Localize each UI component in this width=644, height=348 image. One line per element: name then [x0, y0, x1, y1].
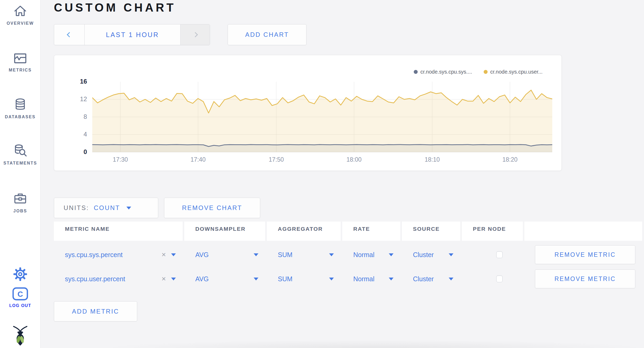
metrics-icon: [13, 52, 28, 65]
remove-metric-button[interactable]: REMOVE METRIC: [535, 269, 635, 288]
aggregator-cell: SUM: [267, 269, 341, 289]
downsampler-cell: AVG: [184, 244, 265, 265]
downsampler-dropdown-caret[interactable]: [254, 278, 258, 280]
downsampler-value[interactable]: AVG: [195, 251, 209, 259]
home-icon: [13, 4, 28, 18]
source-cell: Cluster: [402, 244, 460, 265]
sidebar-item-statements[interactable]: STATEMENTS: [0, 144, 40, 166]
rate-cell: Normal: [342, 244, 400, 265]
database-icon: [13, 97, 27, 112]
sidebar-item-label: JOBS: [0, 209, 40, 213]
source-dropdown-caret[interactable]: [449, 253, 453, 256]
sidebar-logout[interactable]: C LOG OUT: [0, 287, 40, 308]
add-metric-button[interactable]: ADD METRIC: [54, 301, 137, 321]
table-row: sys.cpu.sys.percent × AVG SUM Normal Clu…: [54, 244, 642, 265]
remove-chart-button[interactable]: REMOVE CHART: [164, 198, 260, 218]
remove-metric-button[interactable]: REMOVE METRIC: [535, 245, 635, 264]
row-actions-cell: REMOVE METRIC: [524, 269, 642, 289]
timewindow-prev-button[interactable]: [54, 24, 85, 45]
chart-card: cr.node.sys.cpu.sys.... cr.node.sys.cpu.…: [54, 55, 562, 171]
chart-plot-svg: [92, 82, 552, 152]
col-header-per-node: PER NODE: [462, 222, 523, 241]
col-header-rate: RATE: [342, 222, 400, 241]
sidebar-item-label: OVERVIEW: [0, 21, 40, 26]
downsampler-cell: AVG: [184, 269, 265, 289]
gear-icon: [13, 267, 27, 281]
units-dropdown[interactable]: UNITS: COUNT: [54, 198, 158, 218]
cockroachdb-bug-icon: [12, 325, 29, 346]
timewindow-label[interactable]: LAST 1 HOUR: [85, 24, 180, 45]
sidebar-item-label: DATABASES: [0, 115, 40, 119]
legend-item-user[interactable]: cr.node.sys.cpu.user...: [484, 69, 543, 75]
aggregator-cell: SUM: [267, 244, 341, 265]
logout-label: LOG OUT: [0, 303, 40, 308]
clear-metric-icon[interactable]: ×: [162, 251, 166, 258]
aggregator-value[interactable]: SUM: [278, 275, 293, 283]
sidebar-item-databases[interactable]: DATABASES: [0, 97, 40, 119]
metrics-table-header: METRIC NAME DOWNSAMPLER AGGREGATOR RATE …: [54, 222, 642, 241]
metric-name-value[interactable]: sys.cpu.user.percent: [65, 275, 125, 283]
metrics-table: METRIC NAME DOWNSAMPLER AGGREGATOR RATE …: [54, 222, 642, 321]
aggregator-dropdown-caret[interactable]: [329, 278, 334, 280]
sidebar-item-label: STATEMENTS: [0, 161, 40, 166]
chart-legend: cr.node.sys.cpu.sys.... cr.node.sys.cpu.…: [414, 69, 543, 75]
rate-value[interactable]: Normal: [353, 251, 375, 259]
rate-dropdown-caret[interactable]: [389, 253, 393, 256]
chart-controls-row: LAST 1 HOUR ADD CHART: [54, 24, 644, 45]
rate-value[interactable]: Normal: [353, 275, 375, 283]
row-actions-cell: REMOVE METRIC: [524, 244, 642, 265]
sidebar-settings[interactable]: [0, 267, 40, 284]
source-value[interactable]: Cluster: [413, 251, 434, 259]
clear-metric-icon[interactable]: ×: [162, 275, 166, 283]
metric-name-cell: sys.cpu.sys.percent ×: [54, 244, 183, 265]
col-header-source: SOURCE: [402, 222, 460, 241]
add-chart-button[interactable]: ADD CHART: [228, 24, 306, 45]
per-node-checkbox[interactable]: [496, 275, 503, 282]
legend-dot-sys: [414, 70, 418, 74]
sidebar-item-metrics[interactable]: METRICS: [0, 52, 40, 73]
aggregator-value[interactable]: SUM: [278, 251, 293, 259]
rate-cell: Normal: [342, 269, 400, 289]
svg-text:C: C: [18, 290, 23, 298]
legend-item-sys[interactable]: cr.node.sys.cpu.sys....: [414, 69, 472, 75]
source-value[interactable]: Cluster: [413, 275, 434, 283]
col-header-actions: [524, 222, 642, 241]
downsampler-value[interactable]: AVG: [195, 275, 209, 283]
chevron-right-icon: [193, 32, 198, 37]
downsampler-dropdown-caret[interactable]: [254, 253, 258, 256]
per-node-cell: [462, 244, 523, 265]
source-dropdown-caret[interactable]: [449, 278, 453, 280]
sidebar-item-label: METRICS: [0, 68, 40, 73]
aggregator-dropdown-caret[interactable]: [329, 253, 334, 256]
table-row: sys.cpu.user.percent × AVG SUM Normal Cl…: [54, 269, 642, 289]
metric-name-cell: sys.cpu.user.percent ×: [54, 269, 183, 289]
col-header-metric-name: METRIC NAME: [54, 222, 183, 241]
sidebar-logo: [0, 325, 40, 348]
timewindow-next-button[interactable]: [180, 24, 210, 45]
metric-dropdown-caret[interactable]: [171, 253, 176, 256]
per-node-checkbox[interactable]: [496, 251, 503, 258]
sidebar-item-overview[interactable]: OVERVIEW: [0, 4, 40, 26]
units-row: UNITS: COUNT REMOVE CHART: [54, 198, 644, 218]
statements-icon: [13, 144, 28, 158]
chevron-down-icon: [126, 207, 131, 209]
sidebar-item-jobs[interactable]: JOBS: [0, 191, 40, 213]
jobs-icon: [13, 191, 28, 206]
per-node-cell: [462, 269, 523, 289]
col-header-downsampler: DOWNSAMPLER: [184, 222, 265, 241]
legend-dot-user: [484, 70, 488, 74]
sidebar: OVERVIEW METRICS DATABASES STATEMENTS: [0, 0, 40, 348]
cockroach-c-icon: C: [12, 287, 28, 301]
page-title: CUSTOM CHART: [54, 0, 644, 15]
chart-plot-area: [92, 82, 552, 152]
main-content: CUSTOM CHART LAST 1 HOUR ADD CHART cr.no…: [40, 0, 644, 348]
source-cell: Cluster: [402, 269, 460, 289]
col-header-aggregator: AGGREGATOR: [267, 222, 341, 241]
time-window-selector: LAST 1 HOUR: [54, 24, 210, 45]
metric-dropdown-caret[interactable]: [171, 278, 176, 280]
rate-dropdown-caret[interactable]: [389, 278, 393, 280]
metric-name-value[interactable]: sys.cpu.sys.percent: [65, 251, 123, 259]
chevron-left-icon: [67, 32, 72, 37]
